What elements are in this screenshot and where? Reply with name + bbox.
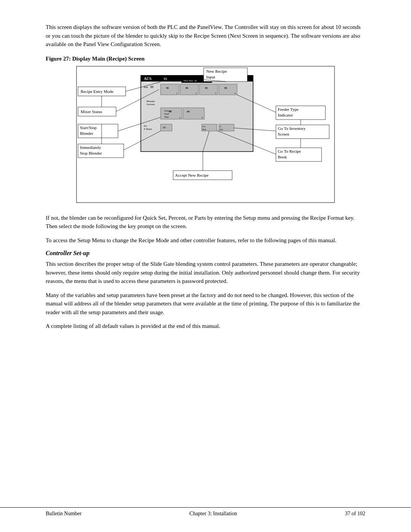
svg-text:$$: $$ [187, 110, 190, 113]
svg-text:Book: Book [278, 155, 287, 159]
footer-chapter: Chapter 3: Installation [190, 511, 237, 517]
svg-text:$$: $$ [169, 110, 172, 113]
controller-setup-para-3: A complete listing of all default values… [46, 322, 365, 331]
svg-text:Immediately: Immediately [80, 145, 101, 150]
svg-text:2: 2 [196, 92, 197, 94]
diagram-container: ACS Group $$ SA Atomir |Prde Lit && $$ $… [76, 66, 335, 204]
svg-text:Go To Inventory: Go To Inventory [278, 126, 306, 131]
body-paragraph-1: If not, the blender can be reconfigured … [46, 214, 365, 231]
svg-text:$$: $$ [164, 77, 167, 81]
svg-text:5: 5 [179, 117, 180, 119]
svg-text:Screens: Screens [147, 103, 155, 106]
svg-text:Input: Input [206, 75, 215, 79]
svg-text:E4: E4 [144, 125, 147, 128]
svg-text:$$: $$ [150, 85, 153, 89]
svg-text:Indicator: Indicator [278, 113, 293, 117]
intro-paragraph: This screen displays the software versio… [46, 23, 365, 49]
body-paragraph-2: To access the Setup Menu to change the R… [46, 236, 365, 245]
svg-rect-34 [161, 124, 172, 131]
svg-rect-29 [183, 108, 204, 119]
svg-text:ACS: ACS [144, 77, 151, 81]
svg-text:Mixer Status: Mixer Status [81, 109, 102, 114]
svg-text:6: 6 [202, 117, 203, 119]
svg-text:Bck: Bck [202, 128, 206, 131]
svg-text:Screen: Screen [278, 132, 289, 136]
svg-text:3: 3 [215, 92, 216, 94]
svg-text:Disp: Disp [164, 116, 169, 118]
controller-setup-heading: Controller Set-up [46, 250, 365, 257]
svg-text:$$: $$ [163, 126, 166, 129]
svg-text:Stop Blender: Stop Blender [80, 151, 102, 155]
svg-text:Nxt: Nxt [220, 128, 223, 131]
svg-text:Feeder Type: Feeder Type [278, 107, 298, 112]
svg-text:$$: $$ [166, 86, 169, 89]
svg-text:Go To Recipe: Go To Recipe [278, 149, 301, 153]
svg-text:Recipe Entry Mode: Recipe Entry Mode [81, 89, 113, 94]
svg-text:$$: $$ [186, 86, 189, 89]
svg-text:Blender: Blender [147, 100, 155, 103]
svg-text:Blender: Blender [80, 131, 93, 136]
svg-text:Ltr: Ltr [202, 125, 205, 128]
svg-text:Accept New Recipe: Accept New Recipe [175, 173, 209, 177]
svg-text:4: 4 [234, 92, 236, 94]
controller-setup-para-2: Many of the variables and setup paramete… [46, 291, 365, 317]
svg-text:# Marts: # Marts [144, 128, 152, 131]
svg-text:2↑: 2↑ [220, 125, 222, 128]
page-footer: Bulletin Number Chapter 3: Installation … [0, 507, 411, 517]
svg-text:Start/Stop: Start/Stop [80, 125, 97, 130]
svg-text:Group: Group [144, 81, 151, 84]
svg-text:New Rec. In: New Rec. In [183, 79, 197, 82]
figure-label: Figure 27: Display Main (Recipe) Screen [46, 56, 365, 62]
svg-text:New Recipe: New Recipe [206, 69, 227, 73]
svg-text:1: 1 [176, 92, 177, 94]
footer-page: 37 of 102 [345, 511, 365, 517]
svg-text:$$: $$ [225, 86, 228, 89]
footer-bulletin: Bulletin Number [46, 511, 82, 517]
svg-text:$$: $$ [205, 86, 208, 89]
controller-setup-para-1: This section describes the proper setup … [46, 260, 365, 286]
